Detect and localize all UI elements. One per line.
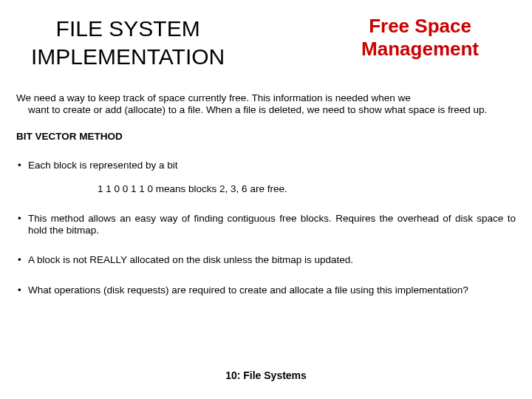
- slide-header: FILE SYSTEM IMPLEMENTATION Free Space Ma…: [16, 15, 516, 70]
- bullet-list-2: This method allows an easy way of findin…: [16, 213, 516, 296]
- title-left: FILE SYSTEM IMPLEMENTATION: [16, 15, 225, 70]
- slide-footer: 10: File Systems: [0, 369, 532, 381]
- intro-paragraph: We need a way to keep track of space cur…: [16, 92, 516, 116]
- title-right-line1: Free Space: [369, 15, 471, 37]
- bullet-4: What operations (disk requests) are requ…: [16, 284, 516, 296]
- bullet-2: This method allows an easy way of findin…: [16, 213, 516, 236]
- example-line: 1 1 0 0 1 1 0 means blocks 2, 3, 6 are f…: [98, 183, 516, 195]
- slide: FILE SYSTEM IMPLEMENTATION Free Space Ma…: [0, 0, 532, 399]
- title-left-line1: FILE SYSTEM: [56, 16, 200, 41]
- subheading: BIT VECTOR METHOD: [16, 131, 516, 143]
- title-right-line2: Management: [361, 38, 479, 60]
- title-right: Free Space Management: [361, 15, 516, 61]
- slide-body: We need a way to keep track of space cur…: [16, 92, 516, 296]
- intro-rest: want to create or add (allocate) to a fi…: [16, 104, 516, 116]
- intro-line1: We need a way to keep track of space cur…: [16, 92, 516, 104]
- bullet-1: Each block is represented by a bit: [16, 160, 516, 171]
- bullet-list: Each block is represented by a bit: [16, 160, 516, 171]
- title-left-line2: IMPLEMENTATION: [31, 44, 225, 69]
- bullet-3: A block is not REALLY allocated on the d…: [16, 254, 516, 266]
